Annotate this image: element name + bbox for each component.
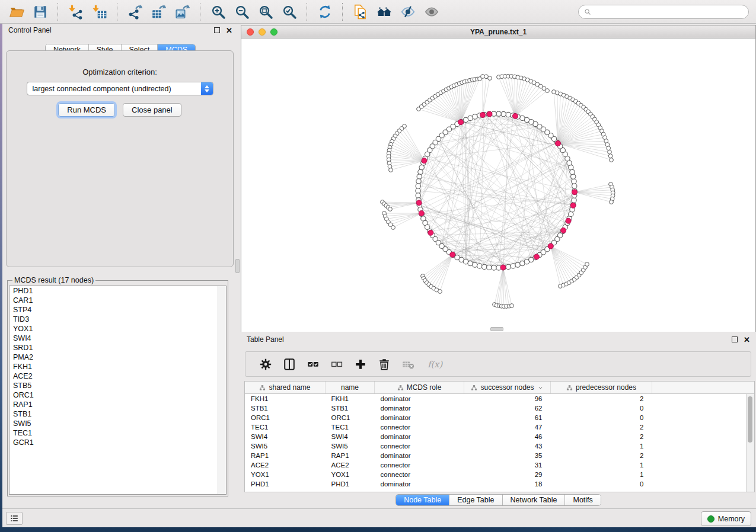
network-canvas[interactable] xyxy=(241,39,755,332)
minimize-window-icon[interactable] xyxy=(259,28,266,36)
export-network-icon[interactable] xyxy=(125,2,145,21)
run-mcds-button[interactable]: Run MCDS xyxy=(58,103,115,117)
mcds-result-item[interactable]: TID3 xyxy=(9,315,226,324)
table-cell: RAP1 xyxy=(326,451,375,460)
import-network-icon[interactable] xyxy=(66,2,86,21)
table-row[interactable]: ACE2ACE2connector311 xyxy=(245,460,754,470)
tab-node-table[interactable]: Node Table xyxy=(396,495,449,505)
mcds-result-item[interactable]: RAP1 xyxy=(9,400,226,409)
table-cell: TEC1 xyxy=(245,422,326,432)
table-row[interactable]: RAP1RAP1dominator352 xyxy=(245,451,754,460)
mcds-result-item[interactable]: STP4 xyxy=(9,305,226,315)
toolbar-separator xyxy=(58,3,59,21)
refresh-icon[interactable] xyxy=(315,2,335,21)
show-details-icon[interactable] xyxy=(422,2,442,21)
table-row[interactable]: STB1STB1dominator620 xyxy=(245,403,754,413)
table-cell: dominator xyxy=(375,432,464,441)
close-table-panel-icon[interactable]: ✕ xyxy=(744,336,750,344)
table-cell: 35 xyxy=(464,451,551,460)
table-row[interactable]: ORC1ORC1dominator610 xyxy=(245,413,754,422)
select-all-icon[interactable] xyxy=(307,358,320,371)
table-cell: ORC1 xyxy=(326,413,375,422)
mcds-result-item[interactable]: YOX1 xyxy=(9,324,226,334)
control-panel-header: Control Panel ✕ xyxy=(2,24,238,37)
tab-edge-table[interactable]: Edge Table xyxy=(449,495,502,505)
mcds-result-item[interactable]: SRD1 xyxy=(9,343,226,352)
mcds-result-item[interactable]: ACE2 xyxy=(9,371,226,381)
float-table-panel-icon[interactable] xyxy=(732,336,738,342)
column-header-successor-nodes[interactable]: successor nodes xyxy=(464,382,551,394)
table-cell: SWI5 xyxy=(245,441,326,451)
export-image-icon[interactable] xyxy=(173,2,193,21)
table-cell: 29 xyxy=(464,470,551,479)
export-table-icon[interactable] xyxy=(149,2,169,21)
zoom-fit-icon[interactable] xyxy=(256,2,276,21)
save-icon[interactable] xyxy=(30,2,50,21)
table-cell: 31 xyxy=(464,460,551,470)
zoom-selected-icon[interactable] xyxy=(279,2,299,21)
mcds-list-scrollbar[interactable] xyxy=(218,286,226,494)
hide-details-icon[interactable] xyxy=(398,2,418,21)
table-row[interactable]: TEC1TEC1connector472 xyxy=(245,422,754,432)
mcds-result-item[interactable]: PMA2 xyxy=(9,352,226,362)
mcds-result-item[interactable]: ORC1 xyxy=(9,390,226,400)
column-header-shared-name[interactable]: shared name xyxy=(245,382,326,394)
table-row[interactable]: SWI5SWI5connector431 xyxy=(245,441,754,451)
horizontal-splitter-handle[interactable] xyxy=(490,327,503,331)
column-header-predecessor-nodes[interactable]: predecessor nodes xyxy=(551,382,652,394)
table-panel: Table Panel ✕ f(x) shared namenameMCDS r… xyxy=(241,333,756,508)
mcds-result-item[interactable]: SWI5 xyxy=(9,419,226,428)
table-row[interactable]: YOX1YOX1connector291 xyxy=(245,470,754,479)
clone-network-icon[interactable] xyxy=(350,2,371,21)
table-row[interactable]: SWI4SWI4dominator462 xyxy=(245,432,754,441)
table-cell: 2 xyxy=(551,422,652,432)
table-scrollbar[interactable] xyxy=(746,394,754,492)
table-cell: connector xyxy=(375,441,464,451)
table-row[interactable]: PHD1PHD1dominator180 xyxy=(245,479,754,489)
optimization-criterion-select[interactable]: largest connected component (undirected) xyxy=(27,82,213,95)
close-window-icon[interactable] xyxy=(247,28,254,36)
table-cell-filler xyxy=(652,403,755,413)
float-panel-icon[interactable] xyxy=(214,27,220,33)
table-cell: 1 xyxy=(551,460,652,470)
columns-icon[interactable] xyxy=(283,358,296,371)
gear-icon[interactable] xyxy=(259,358,272,371)
table-row[interactable]: FKH1FKH1dominator962 xyxy=(245,394,754,404)
column-header-name[interactable]: name xyxy=(326,382,375,394)
table-scrollbar-thumb[interactable] xyxy=(748,396,752,443)
mcds-result-item[interactable]: PHD1 xyxy=(9,286,226,296)
zoom-in-icon[interactable] xyxy=(208,2,228,21)
maximize-window-icon[interactable] xyxy=(270,28,277,36)
zoom-out-icon[interactable] xyxy=(232,2,252,21)
vertical-splitter-handle[interactable] xyxy=(235,259,240,273)
mcds-result-list[interactable]: PHD1CAR1STP4TID3YOX1SWI4SRD1PMA2FKH1ACE2… xyxy=(9,286,227,495)
network-window-titlebar[interactable]: YPA_prune.txt_1 xyxy=(241,25,755,39)
mcds-result-item[interactable]: TEC1 xyxy=(9,428,226,438)
tab-network-table[interactable]: Network Table xyxy=(502,495,565,505)
search-icon xyxy=(583,8,592,16)
mcds-result-item[interactable]: CAR1 xyxy=(9,296,226,305)
table-cell: ORC1 xyxy=(245,413,326,422)
mcds-result-item[interactable]: STB1 xyxy=(9,409,226,419)
memory-button[interactable]: Memory xyxy=(701,511,751,526)
home-icon[interactable] xyxy=(374,2,394,21)
mcds-result-item[interactable]: SWI4 xyxy=(9,334,226,343)
mcds-result-item[interactable]: GCR1 xyxy=(9,438,226,447)
search-box[interactable] xyxy=(578,5,749,19)
window-traffic-lights xyxy=(247,28,277,36)
task-history-button[interactable] xyxy=(6,512,23,525)
close-panel-icon[interactable]: ✕ xyxy=(226,27,232,34)
close-panel-button[interactable]: Close panel xyxy=(123,103,181,117)
delete-icon[interactable] xyxy=(378,358,391,371)
table-cell: connector xyxy=(375,460,464,470)
table-toolbar: f(x) xyxy=(245,351,751,377)
search-input[interactable] xyxy=(595,7,744,17)
mcds-result-item[interactable]: FKH1 xyxy=(9,362,226,371)
add-icon[interactable] xyxy=(354,358,367,371)
open-folder-icon[interactable] xyxy=(7,2,27,21)
column-header-MCDS-role[interactable]: MCDS role xyxy=(375,382,464,394)
import-table-icon[interactable] xyxy=(90,2,110,21)
deselect-all-icon[interactable] xyxy=(330,358,343,371)
mcds-result-item[interactable]: STB5 xyxy=(9,381,226,390)
tab-motifs[interactable]: Motifs xyxy=(564,495,600,505)
